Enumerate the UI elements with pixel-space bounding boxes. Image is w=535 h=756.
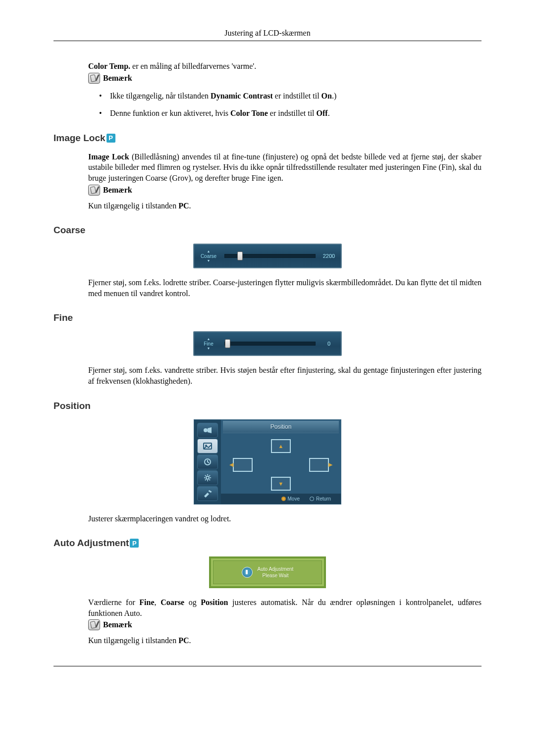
txt: . (189, 202, 191, 210)
txt: Coarse (160, 598, 184, 606)
image-lock-note-text: Kun tilgængelig i tilstanden PC. (88, 201, 482, 211)
section-title-text: Position (54, 401, 91, 411)
note-label: Bemærk (103, 74, 132, 83)
down-triangle-icon: ▼ (207, 347, 211, 351)
slider-label: Coarse (201, 253, 216, 259)
svg-line-11 (210, 475, 211, 476)
position-desc: Justerer skærmplaceringen vandret og lod… (88, 513, 482, 524)
color-temp-lead: Color Temp. er en måling af billedfarver… (88, 61, 482, 72)
info-icon (242, 567, 253, 578)
arrow-up-icon: ▲ (278, 443, 284, 449)
txt: Kun tilgængelig i tilstanden (88, 636, 178, 645)
coarse-slider-track[interactable] (221, 246, 319, 266)
note-icon (88, 619, 100, 630)
position-osd: Position ▲ ◀ ▶ ▼ Move Return (194, 419, 341, 504)
pc-badge-icon: P (130, 539, 139, 548)
svg-rect-13 (209, 490, 212, 493)
image-lock-para: Image Lock (Billedlåsning) anvendes til … (88, 151, 482, 184)
txt: og (184, 598, 201, 606)
page-header: Justering af LCD-skærmen (54, 29, 482, 41)
note-icon (88, 73, 100, 84)
section-auto-adjustment: Auto Adjustment P (54, 538, 482, 549)
txt: .) (332, 92, 336, 100)
txt: (Billedlåsning) anvendes til at fine-tun… (88, 152, 482, 182)
txt: er indstillet til (273, 92, 321, 100)
note-row-2: Bemærk (88, 185, 482, 196)
color-temp-bullets: Ikke tilgængelig, når tilstanden Dynamic… (54, 91, 482, 119)
slider-thumb[interactable] (237, 252, 243, 260)
txt: Please Wait (258, 572, 294, 579)
osd-side-item[interactable] (197, 454, 218, 469)
osd-side-item[interactable] (197, 423, 218, 438)
txt: PC (178, 202, 189, 210)
txt: On (321, 92, 332, 100)
fine-slider-track[interactable] (221, 334, 319, 353)
txt: . (189, 636, 191, 645)
txt: Kun tilgængelig i tilstanden (88, 202, 178, 210)
coarse-slider-label-group: ▲ Coarse ▼ (196, 246, 221, 266)
section-image-lock: Image Lock P (54, 133, 482, 144)
fine-value: 0 (319, 334, 339, 353)
svg-point-0 (204, 428, 208, 432)
arrow-down-icon: ▼ (278, 481, 284, 487)
txt: . (328, 109, 330, 117)
note-row-3: Bemærk (88, 619, 482, 630)
fine-desc: Fjerner støj, som f.eks. vandrette strib… (88, 365, 482, 386)
section-title-text: Auto Adjustment (54, 538, 129, 549)
footer-rule (54, 666, 482, 666)
section-title-text: Coarse (54, 225, 85, 236)
osd-side-item[interactable] (197, 470, 218, 485)
section-title-text: Fine (54, 312, 73, 323)
auto-adjustment-panel: Auto Adjustment Please Wait (209, 556, 326, 588)
slider-thumb[interactable] (225, 339, 230, 348)
pos-left[interactable]: ◀ (233, 458, 253, 472)
pc-badge-icon: P (107, 134, 115, 143)
auto-para: Værdierne for Fine, Coarse og Position j… (88, 597, 482, 618)
color-temp-label: Color Temp. (88, 62, 130, 70)
coarse-value: 2200 (319, 246, 339, 266)
color-temp-rest: er en måling af billedfarvernes 'varme'. (130, 62, 256, 70)
pos-down[interactable]: ▼ (271, 477, 291, 491)
fine-slider-label-group: ▲ Fine ▼ (196, 334, 221, 353)
slider-label: Fine (204, 341, 213, 347)
auto-note-text: Kun tilgængelig i tilstanden PC. (88, 635, 482, 646)
section-fine: Fine (54, 312, 482, 323)
txt: Off (317, 109, 328, 117)
txt: Denne funktion er kun aktiveret, hvis (110, 109, 230, 117)
coarse-slider-panel: ▲ Coarse ▼ 2200 (193, 244, 342, 268)
list-item: Denne funktion er kun aktiveret, hvis Co… (96, 108, 482, 119)
osd-side-item[interactable] (197, 486, 218, 501)
txt: Image Lock (88, 152, 129, 161)
note-icon (88, 185, 100, 196)
note-label: Bemærk (103, 186, 132, 195)
txt: Dynamic Contrast (211, 92, 273, 100)
osd-title: Position (223, 421, 339, 433)
fine-slider-panel: ▲ Fine ▼ 0 (193, 331, 342, 356)
txt: , (155, 598, 161, 606)
svg-line-9 (205, 475, 206, 476)
footer-return: Return (310, 496, 331, 502)
txt: Værdierne for (88, 598, 139, 606)
arrow-right-icon: ▶ (328, 461, 332, 468)
txt: Position (201, 598, 228, 606)
note-label: Bemærk (103, 620, 132, 629)
down-triangle-icon: ▼ (207, 259, 211, 263)
pos-up[interactable]: ▲ (271, 439, 291, 453)
list-item: Ikke tilgængelig, når tilstanden Dynamic… (96, 91, 482, 101)
txt: PC (178, 636, 189, 645)
note-row-1: Bemærk (88, 73, 482, 84)
txt: Fine (139, 598, 154, 606)
footer-move: Move (281, 496, 300, 502)
pos-right[interactable]: ▶ (309, 458, 329, 472)
osd-footer: Move Return (221, 494, 341, 504)
section-coarse: Coarse (54, 225, 482, 236)
arrow-left-icon: ◀ (229, 461, 233, 468)
txt: Color Tone (230, 109, 268, 117)
osd-side-menu (194, 420, 221, 504)
osd-side-item-selected[interactable] (197, 439, 218, 454)
position-pad[interactable]: ▲ ◀ ▶ ▼ (221, 434, 341, 494)
txt: Auto Adjustment (258, 566, 294, 572)
section-title-text: Image Lock (54, 133, 106, 144)
svg-line-12 (205, 479, 206, 480)
txt: Ikke tilgængelig, når tilstanden (110, 92, 211, 100)
